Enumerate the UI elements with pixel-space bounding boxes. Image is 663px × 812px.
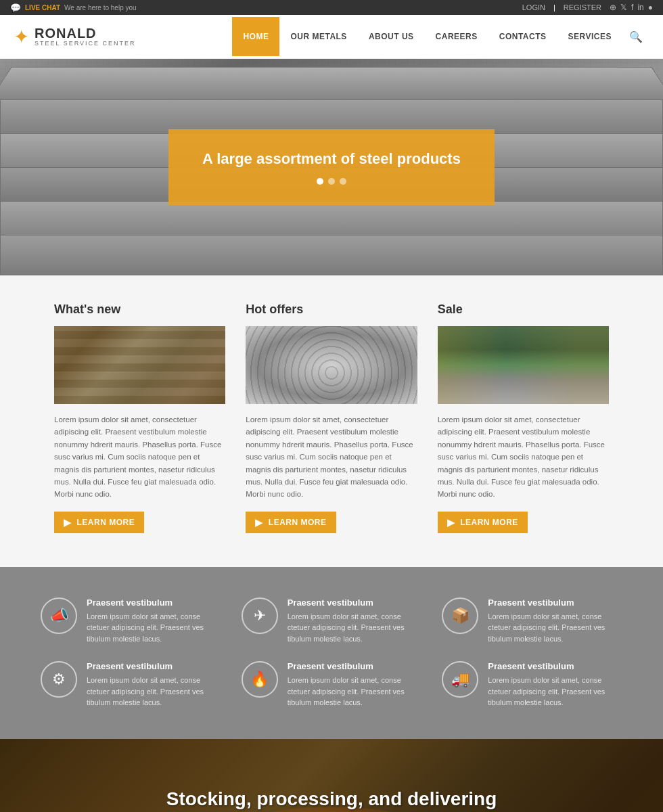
social-icon-5[interactable]: ● <box>648 3 653 12</box>
dot-1[interactable] <box>317 178 323 185</box>
feature-text-5: Praesent vestibulum Lorem ipsum dolor si… <box>288 661 422 708</box>
hero-dots <box>202 178 461 185</box>
arrow-icon-2: ▶ <box>255 517 263 528</box>
top-bar-right: LOGIN | REGISTER ⊕ 𝕏 f in ● <box>522 3 653 12</box>
feature-desc-1: Lorem ipsum dolor sit amet, conse ctetue… <box>87 611 221 645</box>
learn-more-btn-3[interactable]: ▶ LEARN MORE <box>438 512 528 533</box>
feature-icon-wrap-6: 🚚 <box>442 661 478 698</box>
feature-6: 🚚 Praesent vestibulum Lorem ipsum dolor … <box>442 661 622 708</box>
nav-services[interactable]: SERVICES <box>557 17 622 56</box>
feature-text-3: Praesent vestibulum Lorem ipsum dolor si… <box>488 597 622 645</box>
feature-icon-wrap-5: 🔥 <box>242 661 278 698</box>
header: ✦ RONALD STEEL SERVICE CENTER HOME OUR M… <box>0 15 663 59</box>
dot-3[interactable] <box>340 178 346 185</box>
logo-name: RONALD <box>35 26 136 41</box>
logo-icon: ✦ <box>14 26 29 48</box>
card-text-2: Lorem ipsum dolor sit amet, consectetuer… <box>246 413 417 501</box>
social-icon-linkedin[interactable]: in <box>637 3 643 12</box>
chat-icon: 💬 <box>10 3 21 13</box>
social-icon-twitter[interactable]: 𝕏 <box>620 3 627 12</box>
main-nav: HOME OUR METALS ABOUT US CAREERS CONTACT… <box>232 16 649 58</box>
cards-grid: What's new Lorem ipsum dolor sit amet, c… <box>54 302 609 533</box>
hero-title: A large assortment of steel products <box>202 150 461 169</box>
live-chat-sub: We are here to help you <box>64 4 137 12</box>
cta-section: Stocking, processing, and deliveringstee… <box>0 739 663 812</box>
feature-desc-2: Lorem ipsum dolor sit amet, conse ctetue… <box>288 611 422 645</box>
card-image-2 <box>246 326 417 404</box>
megaphone-icon: 📣 <box>50 607 68 625</box>
card-text-1: Lorem ipsum dolor sit amet, consectetuer… <box>54 413 225 501</box>
feature-3: 📦 Praesent vestibulum Lorem ipsum dolor … <box>442 597 622 645</box>
card-whats-new: What's new Lorem ipsum dolor sit amet, c… <box>54 302 225 533</box>
truck-icon: 🚚 <box>451 671 470 688</box>
social-icon-facebook[interactable]: f <box>631 3 633 12</box>
live-chat-area: 💬 LIVE CHAT We are here to help you <box>10 3 137 13</box>
feature-icon-wrap-3: 📦 <box>442 597 478 634</box>
feature-title-2: Praesent vestibulum <box>288 597 422 608</box>
learn-more-btn-1[interactable]: ▶ LEARN MORE <box>54 512 144 533</box>
gear-icon: ⚙ <box>52 671 66 688</box>
cards-section: What's new Lorem ipsum dolor sit amet, c… <box>0 275 663 567</box>
feature-5: 🔥 Praesent vestibulum Lorem ipsum dolor … <box>242 661 422 708</box>
hero-content: A large assortment of steel products <box>168 129 495 206</box>
feature-title-5: Praesent vestibulum <box>288 661 422 671</box>
nav-home[interactable]: HOME <box>232 17 279 56</box>
feature-4: ⚙ Praesent vestibulum Lorem ipsum dolor … <box>41 661 221 708</box>
feature-title-3: Praesent vestibulum <box>488 597 622 608</box>
card-title-3: Sale <box>438 302 609 317</box>
box-icon: 📦 <box>451 607 470 625</box>
live-chat-label[interactable]: LIVE CHAT <box>25 4 60 12</box>
login-link[interactable]: LOGIN <box>522 3 545 12</box>
feature-icon-wrap-1: 📣 <box>41 597 77 634</box>
plane-icon: ✈ <box>254 607 266 625</box>
card-title-2: Hot offers <box>246 302 417 317</box>
logo[interactable]: ✦ RONALD STEEL SERVICE CENTER <box>14 26 136 48</box>
nav-our-metals[interactable]: OUR METALS <box>279 17 357 56</box>
nav-contacts[interactable]: CONTACTS <box>488 17 557 56</box>
factory-image <box>438 326 609 404</box>
rods-image <box>54 326 225 404</box>
feature-icon-wrap-4: ⚙ <box>41 661 77 698</box>
feature-1: 📣 Praesent vestibulum Lorem ipsum dolor … <box>41 597 221 645</box>
feature-icon-wrap-2: ✈ <box>242 597 278 634</box>
card-image-1 <box>54 326 225 404</box>
arrow-icon-1: ▶ <box>64 517 72 528</box>
feature-text-2: Praesent vestibulum Lorem ipsum dolor si… <box>288 597 422 645</box>
logo-text: RONALD STEEL SERVICE CENTER <box>35 26 136 47</box>
hero-section: A large assortment of steel products <box>0 59 663 275</box>
feature-title-1: Praesent vestibulum <box>87 597 221 608</box>
feature-text-6: Praesent vestibulum Lorem ipsum dolor si… <box>488 661 622 708</box>
feature-title-4: Praesent vestibulum <box>87 661 221 671</box>
card-image-3 <box>438 326 609 404</box>
social-icon-1[interactable]: ⊕ <box>610 3 616 12</box>
coil-image <box>246 326 417 404</box>
learn-more-btn-2[interactable]: ▶ LEARN MORE <box>246 512 336 533</box>
flame-icon: 🔥 <box>250 671 269 688</box>
features-grid: 📣 Praesent vestibulum Lorem ipsum dolor … <box>41 597 622 708</box>
card-sale: Sale Lorem ipsum dolor sit amet, consect… <box>438 302 609 533</box>
hero-box: A large assortment of steel products <box>168 129 495 206</box>
register-link[interactable]: REGISTER <box>564 3 601 12</box>
dot-2[interactable] <box>328 178 335 185</box>
cta-content: Stocking, processing, and deliveringstee… <box>166 787 497 812</box>
cta-title: Stocking, processing, and deliveringstee… <box>166 787 497 812</box>
top-bar: 💬 LIVE CHAT We are here to help you LOGI… <box>0 0 663 15</box>
social-icons: ⊕ 𝕏 f in ● <box>610 3 653 12</box>
card-hot-offers: Hot offers Lorem ipsum dolor sit amet, c… <box>246 302 417 533</box>
feature-desc-4: Lorem ipsum dolor sit amet, conse ctetue… <box>87 675 221 708</box>
feature-2: ✈ Praesent vestibulum Lorem ipsum dolor … <box>242 597 422 645</box>
feature-text-1: Praesent vestibulum Lorem ipsum dolor si… <box>87 597 221 645</box>
feature-desc-3: Lorem ipsum dolor sit amet, conse ctetue… <box>488 611 622 645</box>
nav-careers[interactable]: CAREERS <box>425 17 488 56</box>
card-text-3: Lorem ipsum dolor sit amet, consectetuer… <box>438 413 609 501</box>
card-title-1: What's new <box>54 302 225 317</box>
arrow-icon-3: ▶ <box>447 517 455 528</box>
logo-sub: STEEL SERVICE CENTER <box>35 41 136 47</box>
features-section: 📣 Praesent vestibulum Lorem ipsum dolor … <box>0 567 663 739</box>
nav-about-us[interactable]: ABOUT US <box>358 17 425 56</box>
search-icon[interactable]: 🔍 <box>622 16 649 58</box>
feature-desc-5: Lorem ipsum dolor sit amet, conse ctetue… <box>288 675 422 708</box>
feature-desc-6: Lorem ipsum dolor sit amet, conse ctetue… <box>488 675 622 708</box>
feature-text-4: Praesent vestibulum Lorem ipsum dolor si… <box>87 661 221 708</box>
feature-title-6: Praesent vestibulum <box>488 661 622 671</box>
